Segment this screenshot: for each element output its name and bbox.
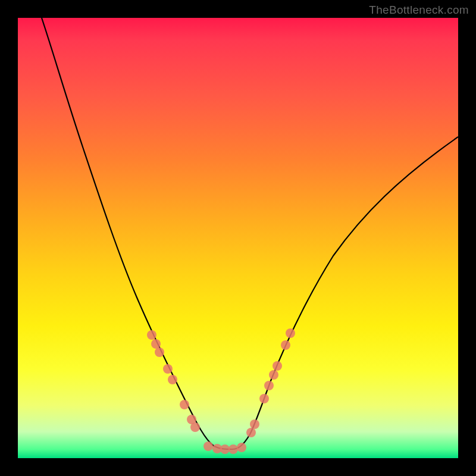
svg-point-12 bbox=[237, 443, 246, 452]
svg-point-19 bbox=[281, 340, 290, 350]
svg-point-13 bbox=[246, 428, 256, 437]
svg-point-4 bbox=[168, 375, 177, 384]
svg-point-3 bbox=[163, 364, 173, 374]
svg-point-11 bbox=[228, 444, 238, 454]
watermark-text: TheBottleneck.com bbox=[369, 4, 469, 17]
svg-point-1 bbox=[151, 339, 161, 349]
svg-point-15 bbox=[259, 394, 269, 403]
svg-point-14 bbox=[250, 419, 259, 429]
svg-point-10 bbox=[220, 444, 230, 454]
svg-point-5 bbox=[180, 400, 189, 409]
highlight-dots-group bbox=[147, 328, 295, 454]
svg-point-2 bbox=[155, 347, 164, 357]
svg-point-17 bbox=[269, 370, 278, 380]
plot-area bbox=[18, 18, 458, 458]
svg-point-8 bbox=[203, 441, 213, 451]
svg-point-0 bbox=[147, 330, 156, 340]
svg-point-7 bbox=[190, 422, 200, 432]
svg-point-16 bbox=[264, 381, 274, 390]
bottleneck-curve-path bbox=[42, 18, 458, 449]
svg-point-18 bbox=[273, 361, 282, 371]
chart-svg bbox=[18, 18, 458, 458]
svg-point-20 bbox=[286, 328, 295, 338]
